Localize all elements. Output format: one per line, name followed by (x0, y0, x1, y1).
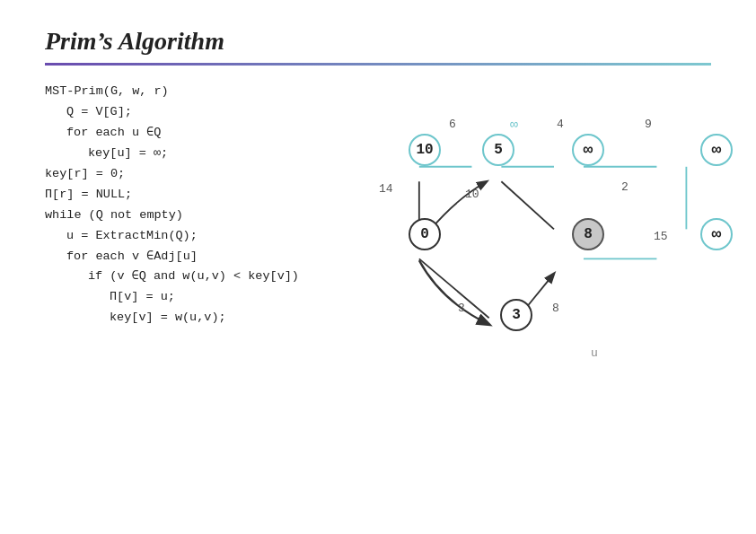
weight-9: 9 (645, 118, 652, 131)
node-8: 8 (572, 218, 604, 250)
node-inf-midright: ∞ (700, 218, 733, 250)
graph-svg (359, 73, 729, 432)
weight-10: 10 (465, 188, 479, 201)
code-line-6: Π[r] = NULL; (45, 185, 350, 206)
node-10: 10 (409, 134, 441, 166)
u-label: u (591, 346, 598, 360)
node-0: 0 (409, 218, 441, 250)
code-line-3: for each u ∈Q (45, 123, 350, 144)
node-3: 3 (500, 299, 532, 331)
code-line-8: u = ExtractMin(Q); (45, 226, 350, 247)
code-line-10: if (v ∈Q and w(u,v) < key[v]) (45, 267, 350, 287)
code-line-11: Π[v] = u; (45, 287, 350, 308)
code-line-5: key[r] = 0; (45, 164, 350, 185)
code-line-4: key[u] = ∞; (45, 144, 350, 164)
graph-area: 10 5 ∞ ∞ 0 8 3 ∞ 6 ∞ 4 (359, 73, 729, 432)
weight-14: 14 (379, 182, 393, 196)
svg-line-6 (419, 258, 489, 318)
weight-2: 2 (621, 180, 629, 194)
node-5: 5 (482, 134, 514, 166)
code-block: MST-Prim(G, w, r) Q = V[G]; for each u ∈… (45, 82, 350, 432)
weight-15: 15 (654, 230, 668, 243)
code-line-7: while (Q not empty) (45, 206, 350, 226)
weight-3: 3 (458, 302, 465, 315)
code-line-1: MST-Prim(G, w, r) (45, 82, 350, 102)
weight-6: 6 (449, 118, 456, 131)
svg-line-7 (501, 181, 554, 229)
weight-inf1: ∞ (510, 118, 518, 133)
page-title: Prim’s Algorithm (0, 0, 756, 56)
code-line-12: key[v] = w(u,v); (45, 308, 350, 328)
content-area: MST-Prim(G, w, r) Q = V[G]; for each u ∈… (0, 66, 756, 432)
weight-4: 4 (557, 118, 564, 131)
weight-8: 8 (552, 302, 559, 315)
node-inf-farright: ∞ (700, 134, 733, 166)
node-inf-topright: ∞ (572, 134, 604, 166)
code-line-9: for each v ∈Adj[u] (45, 247, 350, 267)
code-line-2: Q = V[G]; (45, 102, 350, 123)
